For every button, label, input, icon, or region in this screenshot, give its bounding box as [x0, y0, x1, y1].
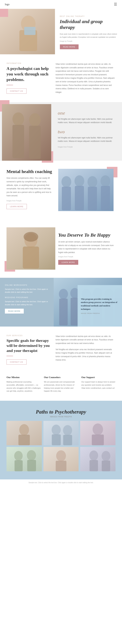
- support-text: Our support team is always here to answe…: [81, 380, 116, 390]
- svg-point-10: [62, 176, 71, 188]
- support-title: Our Support: [81, 376, 116, 379]
- services-right: Vitae tortor condimentum lacinia quis ve…: [56, 335, 116, 365]
- hero-read-more-button[interactable]: READ MORE: [60, 44, 79, 49]
- mental-credit: Images from Freepik: [6, 200, 53, 202]
- services-title: Specific goals for therapy will be deter…: [6, 338, 51, 354]
- mental-title: Mental health coaching: [6, 169, 53, 174]
- mental-right: [58, 169, 116, 211]
- paths-item-3: [80, 421, 116, 445]
- hero-content: BEST ONLINE THERAPY Individual and group…: [55, 9, 122, 54]
- navbar: logo ☰: [0, 0, 122, 9]
- counselors-text: We are passionate and compassionate prof…: [44, 380, 78, 392]
- svg-rect-53: [56, 461, 66, 471]
- workshops-left: ONLINE WORKSHOPS Sample text. Click to s…: [0, 278, 54, 326]
- svg-point-52: [56, 450, 66, 461]
- happy-desc: Ut enim ad minim veniam, quis nostrud ex…: [58, 240, 116, 254]
- one-text: Vel fringilla est ullamcorper eget nulla…: [58, 118, 116, 124]
- svg-rect-58: [102, 460, 110, 471]
- footer: Sample text. Click to select the text bo…: [0, 480, 122, 486]
- svg-rect-37: [18, 435, 30, 445]
- svg-point-44: [93, 424, 103, 435]
- one-two-content: one Vel fringilla est ullamcorper eget n…: [51, 102, 122, 160]
- svg-point-39: [52, 424, 61, 435]
- happy-credit: Images from Freepik: [58, 256, 116, 258]
- svg-rect-48: [14, 460, 22, 471]
- paths-item-1: [6, 421, 42, 445]
- svg-rect-3: [24, 27, 36, 35]
- mental-desc: Give sincere compliments often. You can …: [6, 176, 53, 198]
- svg-rect-6: [12, 125, 24, 158]
- svg-point-47: [14, 451, 22, 461]
- counselors-title: Our Counselors: [44, 376, 78, 379]
- svg-rect-17: [101, 186, 110, 210]
- workshops-right: This program provides training in modern…: [54, 278, 122, 326]
- info-right: Vitae tortor condimentum lacinia quis ve…: [56, 62, 116, 94]
- two-item: two Vel fringilla est ullamcorper eget n…: [58, 129, 116, 143]
- svg-rect-50: [27, 460, 36, 471]
- services-extra: Vel fringilla est ullamcorper urna nec t…: [56, 348, 116, 362]
- info-section: INFORMATION A psychologist can help you …: [0, 54, 122, 102]
- svg-point-57: [102, 451, 110, 461]
- svg-rect-42: [63, 435, 72, 445]
- paths-credit: Images from Freepik: [6, 416, 116, 418]
- happy-learn-more-button[interactable]: LEARN MORE: [58, 260, 78, 265]
- pink-accent-top-left: [0, 9, 8, 17]
- svg-point-55: [90, 450, 98, 460]
- info-divider: [6, 85, 13, 85]
- svg-rect-40: [52, 434, 61, 445]
- one-two-image: [0, 102, 51, 160]
- counselors-column: Our Counselors We are passionate and com…: [44, 376, 78, 392]
- mission-text: Making professional counseling accessibl…: [6, 380, 41, 392]
- two-text: Vel fringilla est ullamcorper eget nulla…: [58, 136, 116, 143]
- paths-item-2: [44, 421, 79, 445]
- paths-title: Paths to Psychotherapy: [6, 409, 116, 415]
- weekend-text: Sample text. Click to select the text bo…: [5, 300, 49, 306]
- services-left: OUR SERVICES Specific goals for therapy …: [6, 335, 56, 365]
- svg-point-23: [59, 289, 68, 299]
- mission-column: Our Mission Making professional counseli…: [6, 376, 41, 392]
- workshops-overlay-text: This program provides training in modern…: [81, 298, 119, 311]
- hero-title: Individual and group therapy: [60, 18, 117, 30]
- svg-rect-20: [23, 246, 39, 268]
- happy-title: You Deserve To Be Happy: [58, 232, 116, 238]
- one-label: one: [58, 110, 116, 116]
- svg-point-41: [63, 425, 72, 436]
- happy-section: You Deserve To Be Happy Ut enim ad minim…: [0, 219, 122, 278]
- weekend-programs-label: WEEKEND PROGRAMS: [5, 297, 49, 298]
- svg-rect-8: [29, 126, 41, 159]
- paths-item-4: [6, 447, 42, 471]
- mental-section: Mental health coaching Give sincere comp…: [0, 161, 122, 219]
- svg-point-14: [88, 176, 97, 188]
- svg-point-16: [100, 175, 110, 187]
- info-body: Vitae tortor condimentum lacinia quis ve…: [56, 62, 116, 94]
- svg-point-36: [19, 424, 29, 436]
- svg-rect-38: [44, 421, 79, 445]
- svg-rect-45: [92, 434, 104, 445]
- footer-note: Sample text. Click to select the text bo…: [6, 482, 116, 484]
- services-divider: [6, 356, 13, 356]
- hero-image-credit: Image by Freepik: [60, 40, 117, 42]
- paths-item-5: [44, 447, 79, 471]
- services-contact-button[interactable]: CONTACT US: [6, 360, 26, 364]
- services-body: Vitae tortor condimentum lacinia quis ve…: [56, 335, 116, 345]
- svg-point-5: [12, 112, 24, 126]
- workshops-read-more-button[interactable]: READ MORE: [5, 309, 24, 314]
- svg-point-12: [74, 175, 84, 187]
- happy-right: You Deserve To Be Happy Ut enim ad minim…: [58, 227, 116, 270]
- services-label: OUR SERVICES: [6, 335, 51, 336]
- svg-point-49: [27, 450, 36, 460]
- menu-icon[interactable]: ☰: [114, 2, 117, 6]
- svg-rect-56: [90, 460, 98, 471]
- workshops-section: ONLINE WORKSHOPS Sample text. Click to s…: [0, 278, 122, 326]
- info-left: INFORMATION A psychologist can help you …: [6, 62, 56, 94]
- info-title: A psychologist can help you work through…: [6, 66, 51, 82]
- hero-image: [0, 9, 55, 54]
- three-columns-section: Our Mission Making professional counseli…: [0, 373, 122, 401]
- svg-rect-11: [62, 187, 71, 210]
- support-column: Our Support Our support team is always h…: [81, 376, 116, 392]
- info-contact-button[interactable]: CONTACT US: [6, 88, 26, 94]
- hero-tag: BEST ONLINE THERAPY: [60, 16, 117, 17]
- svg-point-7: [29, 113, 41, 127]
- svg-rect-15: [88, 187, 97, 210]
- mental-learn-more-button[interactable]: LEARN MORE: [6, 204, 27, 209]
